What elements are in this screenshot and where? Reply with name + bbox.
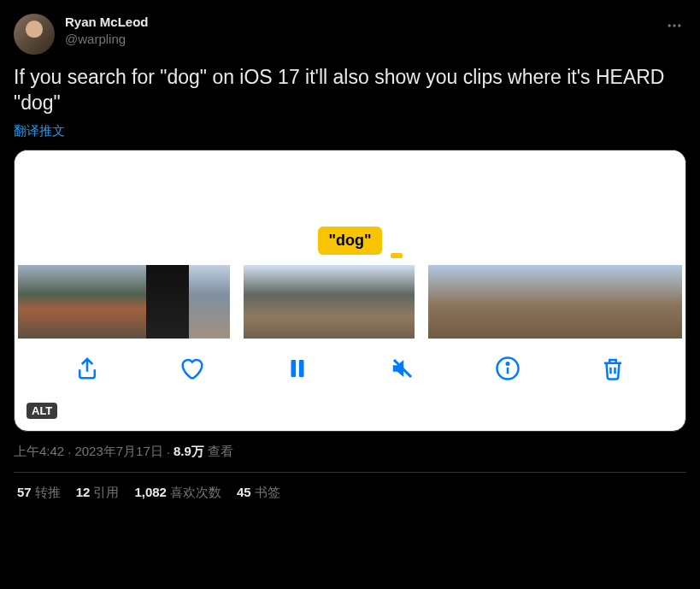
video-frame <box>329 265 372 339</box>
user-handle[interactable]: @warpling <box>65 31 149 48</box>
likes-count: 1,082 <box>134 485 167 499</box>
video-frame <box>189 265 230 339</box>
tweet-date[interactable]: 2023年7月17日 <box>74 444 162 460</box>
alt-badge[interactable]: ALT <box>26 403 57 419</box>
share-icon[interactable] <box>74 356 100 381</box>
video-frame <box>103 265 146 339</box>
video-frame <box>428 265 471 339</box>
bookmarks-stat[interactable]: 45书签 <box>237 485 280 501</box>
clip-group[interactable] <box>244 265 415 339</box>
display-name[interactable]: Ryan McLeod <box>65 14 149 31</box>
avatar[interactable] <box>14 14 55 55</box>
video-frame <box>244 265 286 339</box>
svg-point-1 <box>673 24 675 27</box>
retweets-stat[interactable]: 57转推 <box>17 485 61 501</box>
timeline-marker <box>391 253 403 258</box>
pause-icon[interactable] <box>285 356 310 381</box>
video-frame <box>642 265 682 339</box>
video-frame <box>372 265 415 339</box>
bookmarks-label: 书签 <box>255 485 280 499</box>
engagement-stats: 57转推 12引用 1,082喜欢次数 45书签 <box>14 473 686 513</box>
video-frame <box>18 265 61 339</box>
user-info: Ryan McLeod @warpling <box>65 14 149 47</box>
mute-icon[interactable] <box>390 356 415 381</box>
likes-label: 喜欢次数 <box>170 485 221 499</box>
quotes-count: 12 <box>76 485 91 499</box>
tweet-time[interactable]: 上午4:42 <box>14 444 64 460</box>
retweets-count: 57 <box>17 485 32 499</box>
svg-point-8 <box>506 362 509 365</box>
video-frame <box>514 265 556 339</box>
likes-stat[interactable]: 1,082喜欢次数 <box>134 485 221 501</box>
svg-point-2 <box>678 24 680 27</box>
video-frame <box>471 265 514 339</box>
media-upper: "dog" <box>15 150 685 262</box>
info-icon[interactable] <box>495 356 521 381</box>
video-timeline[interactable] <box>15 262 685 342</box>
video-frame <box>599 265 642 339</box>
media-toolbar <box>15 342 685 395</box>
tweet-metadata: 上午4:42 · 2023年7月17日 · 8.9万 查看 <box>14 444 686 473</box>
svg-point-0 <box>668 24 671 27</box>
search-result-label: "dog" <box>318 227 381 255</box>
retweets-label: 转推 <box>35 485 61 499</box>
tweet-text: If you search for "dog" on iOS 17 it'll … <box>14 65 686 116</box>
video-frame <box>286 265 329 339</box>
quotes-stat[interactable]: 12引用 <box>76 485 120 501</box>
quotes-label: 引用 <box>93 485 119 499</box>
bookmarks-count: 45 <box>237 485 251 499</box>
trash-icon[interactable] <box>600 356 626 381</box>
tweet-container: Ryan McLeod @warpling If you search for … <box>0 0 700 513</box>
video-frame <box>146 265 189 339</box>
separator: · <box>68 445 71 459</box>
svg-rect-3 <box>291 360 297 377</box>
tweet-header: Ryan McLeod @warpling <box>14 14 686 55</box>
video-frame <box>61 265 103 339</box>
clip-group[interactable] <box>18 265 230 339</box>
views-count: 8.9万 <box>174 444 204 460</box>
video-frame <box>556 265 599 339</box>
views-label: 查看 <box>208 444 233 460</box>
more-icon[interactable] <box>662 14 686 41</box>
heart-icon[interactable] <box>179 356 205 381</box>
media-attachment[interactable]: "dog" <box>14 150 686 432</box>
clip-group[interactable] <box>428 265 682 339</box>
translate-link[interactable]: 翻译推文 <box>14 123 65 139</box>
svg-rect-4 <box>299 360 304 377</box>
separator: · <box>167 445 170 459</box>
